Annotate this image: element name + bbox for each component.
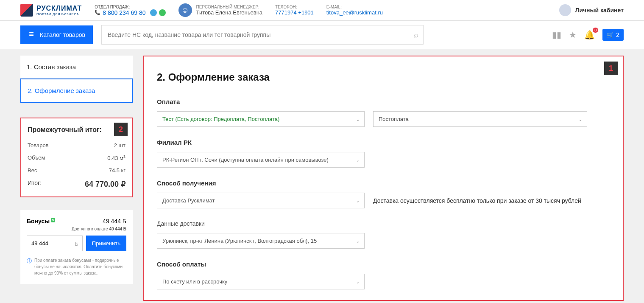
subtotal-title: Промежуточный итог: (28, 126, 125, 134)
bonus-note: ⓘ При оплате заказа бонусами - подарочны… (27, 257, 126, 276)
step-nav: 1. Состав заказа 2. Оформление заказа (20, 56, 133, 103)
page-title: 2. Оформление заказа (157, 71, 610, 83)
notif-badge: 0 (593, 28, 598, 33)
info-icon: ⓘ (27, 257, 32, 276)
sales-phone[interactable]: 8 800 234 69 80 (95, 9, 165, 16)
manager-block: ☺ ПЕРСОНАЛЬНЫЙ МЕНЕДЖЕР: Титова Елена Ев… (178, 3, 263, 17)
weight-label: Вес (28, 167, 37, 174)
payment-contract-select[interactable]: Тест (Есть договор: Предоплата, Постопла… (157, 111, 365, 127)
hamburger-icon (28, 31, 35, 38)
bonus-amount: 49 444 Б (103, 218, 126, 224)
total-label: Итог: (28, 180, 42, 189)
annotation-2: 2 (114, 123, 128, 136)
manager-email-block: E-MAIL: titova_ee@rusklimat.ru (326, 5, 383, 16)
manager-phone-link[interactable]: 7771974 +1901 (275, 9, 314, 16)
payment-section-label: Оплата (157, 98, 610, 105)
payment-type-select[interactable]: Постоплата ⌄ (373, 111, 587, 127)
logo-subtitle: ПОРТАЛ ДЛЯ БИЗНЕСА (36, 12, 82, 16)
top-header: РУСКЛИМАТ ПОРТАЛ ДЛЯ БИЗНЕСА ОТДЕЛ ПРОДА… (0, 0, 644, 21)
manager-phone-block: ТЕЛЕФОН: 7771974 +1901 (275, 5, 314, 16)
bonus-title: БонусыS (27, 218, 55, 224)
branch-select[interactable]: РК-Регион ОП г. Сочи (доступна оплата он… (157, 152, 365, 168)
delivery-method-label: Способ получения (157, 180, 610, 187)
manager-email-link[interactable]: titova_ee@rusklimat.ru (326, 9, 383, 16)
account-link[interactable]: Личный кабинет (559, 4, 624, 16)
telegram-icon[interactable] (150, 9, 157, 16)
delivery-address-select[interactable]: Урюпинск, пр-кт Ленина (Урюпинск г, Волг… (157, 233, 365, 249)
bonus-unit: Б (75, 240, 78, 247)
bonus-card: БонусыS 49 444 Б Доступно к оплате 49 44… (20, 210, 133, 284)
cart-icon: 🛒 (607, 31, 614, 38)
catalog-button[interactable]: Каталог товаров (20, 25, 93, 44)
annotation-1: 1 (604, 62, 618, 75)
sales-dept-label: ОТДЕЛ ПРОДАЖ: (95, 5, 165, 9)
items-value: 2 шт (114, 142, 125, 149)
bell-icon[interactable]: 🔔0 (584, 30, 595, 40)
step-2-checkout[interactable]: 2. Оформление заказа (20, 79, 133, 103)
bonus-input[interactable] (27, 236, 83, 251)
step-1-order-contents[interactable]: 1. Состав заказа (20, 56, 133, 79)
manager-label: ПЕРСОНАЛЬНЫЙ МЕНЕДЖЕР: (196, 5, 263, 9)
payment-method-label: Способ оплаты (157, 261, 610, 268)
cart-button[interactable]: 🛒 2 (602, 29, 624, 41)
branch-section-label: Филиал РК (157, 139, 610, 146)
stats-icon[interactable]: ▮▮ (552, 30, 561, 40)
checkout-form: 1 2. Оформление заказа Оплата Тест (Есть… (143, 56, 624, 301)
apply-bonus-button[interactable]: Применить (86, 236, 126, 251)
bonus-available: Доступно к оплате 49 444 Б (27, 227, 126, 231)
search-box: ⌕ (101, 25, 424, 45)
items-label: Товаров (28, 142, 49, 149)
logo-icon (20, 4, 33, 17)
manager-name: Титова Елена Евгеньевна (196, 9, 263, 16)
nav-bar: Каталог товаров ⌕ ▮▮ ★ 🔔0 🛒 2 (0, 21, 644, 49)
volume-label: Объем (28, 154, 45, 161)
logo-title: РУСКЛИМАТ (36, 5, 82, 12)
logo[interactable]: РУСКЛИМАТ ПОРТАЛ ДЛЯ БИЗНЕСА (20, 4, 82, 17)
payment-method-select[interactable]: По счету или в рассрочку ⌄ (157, 274, 365, 289)
total-value: 64 770.00 ₽ (85, 180, 125, 189)
delivery-method-select[interactable]: Доставка Русклимат ⌄ (157, 193, 365, 208)
search-input[interactable] (101, 25, 424, 45)
weight-value: 74.5 кг (109, 167, 125, 174)
subtotal-card: 2 Промежуточный итог: Товаров 2 шт Объем… (20, 118, 133, 197)
whatsapp-icon[interactable] (159, 9, 166, 16)
star-icon[interactable]: ★ (569, 30, 577, 40)
search-icon[interactable]: ⌕ (414, 31, 418, 39)
delivery-data-label: Данные доставки (157, 220, 610, 227)
delivery-note: Доставка осуществляется бесплатно только… (373, 197, 581, 204)
account-avatar-icon (559, 4, 571, 16)
volume-value: 0.43 м3 (107, 154, 125, 161)
manager-avatar-icon: ☺ (178, 3, 192, 17)
